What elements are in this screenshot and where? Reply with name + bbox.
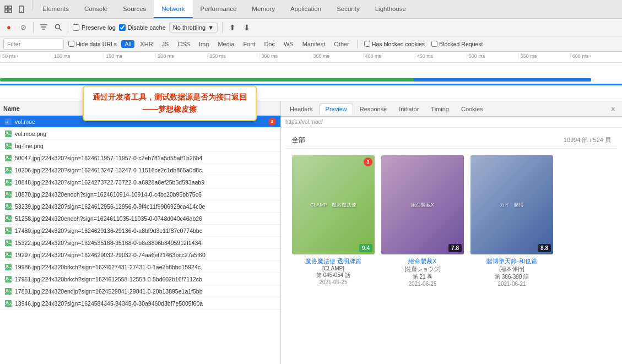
hide-data-urls-checkbox[interactable] [68,41,74,47]
timeline-tick: 500 ms [467,53,518,59]
file-row[interactable]: 19297.jpg|224x320?sign=1624629032-29032-… [0,249,280,261]
file-name-label: 50047.jpg|224x320?sign=1624611957-11957-… [15,155,276,161]
tab-lighthouse[interactable]: Lighthouse [367,0,414,18]
detail-tab-preview[interactable]: Preview [320,104,353,115]
file-type-icon [4,251,12,259]
blocked-request-filter[interactable]: Blocked Request [429,40,485,48]
manga-date: 2021-06-21 [470,281,553,287]
file-row[interactable]: 17951.jpg|224x320brkch?sign=1624612558-1… [0,273,280,285]
has-blocked-cookies-filter[interactable]: Has blocked cookies [362,40,427,48]
filter-font-btn[interactable]: Font [240,40,258,48]
tab-network[interactable]: Network [154,0,192,18]
device-icon[interactable] [17,4,26,14]
svg-line-7 [59,29,61,31]
file-type-icon [4,300,12,307]
timeline-bar-green [0,78,591,82]
filter-css-btn[interactable]: CSS [174,40,193,48]
manga-title[interactable]: 魔洛魔法使 透明牌篇 [292,257,375,265]
filter-img-btn[interactable]: Img [196,40,212,48]
tab-application[interactable]: Application [283,0,329,18]
file-name-label: 19986.jpg|224x320brkch?sign=1624627431-2… [15,264,276,270]
timeline-ruler: 50 ms100 ms150 ms200 ms250 ms300 ms350 m… [0,52,622,63]
file-name-label: 10848.jpg|224x320?sign=1624273722-73722-… [15,179,276,186]
filter-ws-btn[interactable]: WS [280,40,297,48]
filter-toggle-button[interactable] [38,22,49,33]
tab-performance[interactable]: Performance [193,0,245,18]
manga-title[interactable]: 賭博墮天錄-和也篇 [470,257,553,265]
has-blocked-cookies-checkbox[interactable] [364,41,370,47]
manga-grid: CLAMP魔洛魔法使9.43魔洛魔法使 透明牌篇[CLAMP]第 045-054… [285,149,618,294]
timeline-tick: 400 ms [363,53,415,59]
disable-cache-label[interactable]: Disable cache [119,24,166,31]
filter-xhr-btn[interactable]: XHR [137,40,156,48]
tab-console[interactable]: Console [77,0,115,18]
detail-tab-initiator[interactable]: Initiator [393,104,424,114]
preserve-log-checkbox[interactable] [73,24,79,31]
file-row[interactable]: 13946.jpg|224x320?sign=1624584345-84345-… [0,297,280,309]
manga-title[interactable]: 絕命製裁X [381,257,464,265]
manga-card[interactable]: CLAMP魔洛魔法使9.43魔洛魔法使 透明牌篇[CLAMP]第 045-054… [292,155,375,287]
search-button[interactable] [52,22,63,33]
hide-data-urls-filter[interactable]: Hide data URLs [66,40,119,48]
export-har-button[interactable]: ⬇ [241,22,252,33]
tab-sources[interactable]: Sources [115,0,154,18]
detail-tab-response[interactable]: Response [354,104,393,114]
manga-card[interactable]: 絕命製裁X7.8絕命製裁X[佐藤ショウジ]第 21 巻2021-06-25 [381,155,464,287]
file-name-label: 15322.jpg|224x320?sign=1624535168-35168-… [15,240,276,246]
file-row[interactable]: 10848.jpg|224x320?sign=1624273722-73722-… [0,176,280,188]
inspect-icon[interactable] [3,4,13,14]
filter-manifest-btn[interactable]: Manifest [299,40,329,48]
filter-other-btn[interactable]: Other [331,40,353,48]
file-row[interactable]: 50047.jpg|224x320?sign=1624611957-11957-… [0,152,280,164]
file-type-icon [4,154,12,162]
filter-all-btn[interactable]: All [121,40,134,48]
tab-elements[interactable]: Elements [35,0,77,18]
file-row[interactable]: 15322.jpg|224x320?sign=1624535168-35168-… [0,237,280,249]
file-type-icon [4,287,12,295]
filter-doc-btn[interactable]: Doc [261,40,278,48]
file-row[interactable]: bg-line.png [0,140,280,152]
timeline-tick: 300 ms [259,53,311,59]
file-row[interactable]: 17480.jpg|224x320?sign=1624629136-29136-… [0,225,280,237]
tab-memory[interactable]: Memory [244,0,283,18]
toolbar-divider-3 [222,22,223,33]
detail-tab-headers[interactable]: Headers [284,104,318,114]
throttle-select[interactable]: No throttling ▼ [169,23,218,32]
clear-button[interactable]: ⊘ [18,22,29,33]
throttle-wrapper: No throttling ▼ [169,23,218,32]
tab-security[interactable]: Security [329,0,367,18]
file-name-label: vol.moe.png [15,131,276,137]
file-row[interactable]: 10206.jpg|224x320?sign=1624613247-13247-… [0,164,280,176]
file-row[interactable]: vol.moe.png [0,128,280,140]
file-row[interactable]: 19986.jpg|224x320brkch?sign=1624627431-2… [0,261,280,273]
manga-card[interactable]: カイ賭博8.8賭博墮天錄-和也篇[福本伸行]第 386-390 話2021-06… [470,155,553,287]
file-row[interactable]: 10870.jpg|224x320endch?sign=1624610914-1… [0,188,280,200]
tab-bar: Elements Console Sources Network Perform… [0,0,622,19]
timeline-tick: 150 ms [104,53,155,59]
filter-input[interactable] [3,39,64,50]
file-row[interactable]: 53239.jpg|224x320?sign=1624612956-12956-… [0,200,280,213]
file-row[interactable]: 17881.jpg|224x320endjp?sign=1624529841-2… [0,285,280,297]
timeline-tick: 550 ms [518,53,570,59]
file-type-icon [4,263,12,271]
file-name-label: 13946.jpg|224x320?sign=1624584345-84345-… [15,300,276,307]
import-har-button[interactable]: ⬆ [227,22,238,33]
file-type-icon [4,191,12,198]
filter-media-btn[interactable]: Media [214,40,237,48]
record-button[interactable]: ● [3,22,14,33]
section-label: 全部 [292,135,305,145]
preserve-log-label[interactable]: Preserve log [73,24,116,31]
detail-tab-cookies[interactable]: Cookies [456,104,489,114]
timeline-tick: 350 ms [311,53,363,59]
detail-tab-timing[interactable]: Timing [425,104,455,114]
file-row[interactable]: 51258.jpg|224x320endch?sign=1624611035-1… [0,213,280,225]
timeline-tick: 200 ms [155,53,207,59]
blocked-request-checkbox[interactable] [431,41,437,47]
file-name-label: 19297.jpg|224x320?sign=1624629032-29032-… [15,252,276,258]
disable-cache-checkbox[interactable] [119,24,126,31]
filter-js-btn[interactable]: JS [159,40,172,48]
detail-close-button[interactable]: × [608,104,619,115]
file-list-scroll[interactable]: Hvol.moe2vol.moe.pngbg-line.png50047.jpg… [0,116,280,309]
timeline-tick: 250 ms [207,53,259,59]
file-type-icon [4,215,12,222]
